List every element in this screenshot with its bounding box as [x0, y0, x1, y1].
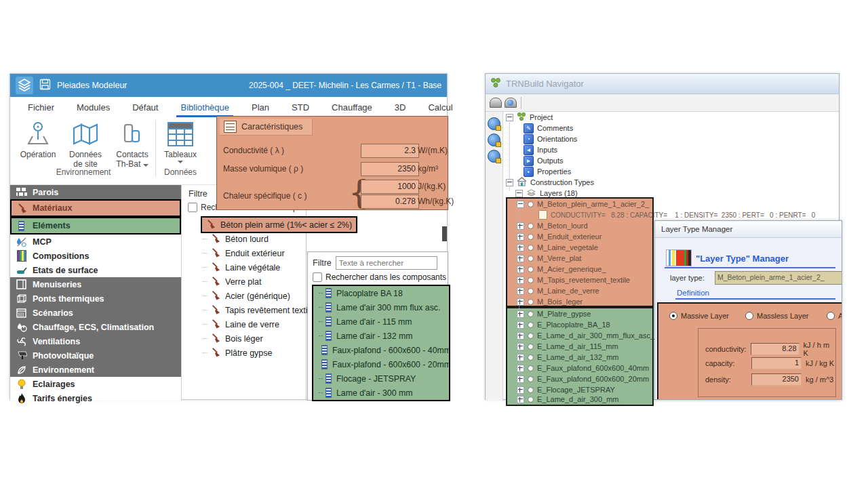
tree-layer-item[interactable]: M_Beton_lourd — [517, 220, 588, 231]
menu-std[interactable]: STD — [290, 99, 311, 116]
material-item-selected[interactable]: Béton plein armé (1%< acier ≤ 2%) — [201, 216, 357, 233]
conductivite-input[interactable]: 2.3 — [361, 144, 419, 158]
contacts-thbat-button[interactable]: Contacts Th-Bat — [111, 120, 154, 169]
sidebar-item-photovoltaique[interactable]: Photovoltaïque — [10, 348, 181, 363]
sidebar-item-parois[interactable]: Parois — [10, 185, 181, 199]
expand-icon[interactable] — [517, 365, 524, 372]
tree-layer-item[interactable]: E_Lame_d_air_132_mm — [517, 352, 618, 363]
element-item[interactable]: Lame d'air - 300 mm — [313, 386, 449, 400]
material-item[interactable]: Acier (générique) — [203, 289, 290, 303]
tree-layer-item[interactable]: M_Laine_vegetale — [517, 242, 598, 253]
menu-plan[interactable]: Plan — [250, 99, 271, 116]
zone-view-tool-icon[interactable] — [505, 98, 517, 108]
material-item[interactable]: Béton lourd — [203, 232, 269, 246]
definition-label[interactable]: Definition — [677, 289, 709, 297]
expand-icon[interactable] — [517, 233, 524, 241]
filter2-search-input[interactable] — [336, 256, 437, 270]
chaleur-input-j[interactable]: 1000 — [361, 180, 419, 194]
material-item[interactable]: Verre plat — [203, 274, 262, 289]
expand-icon[interactable] — [517, 255, 524, 262]
view-sphere-icon-2[interactable] — [488, 134, 500, 146]
expand-icon[interactable] — [517, 277, 524, 284]
checkbox-icon[interactable] — [188, 203, 197, 212]
tree-layer-item[interactable]: E_Lame_d_air_300_mm — [517, 394, 618, 405]
material-item[interactable]: Enduit extérieur — [203, 246, 285, 260]
sidebar-item-eclairages[interactable]: Eclairages — [10, 377, 181, 391]
element-item[interactable]: Flocage - JETSPRAY — [313, 371, 449, 386]
tree-node-orientations[interactable]: ◔ Orientations — [524, 134, 577, 144]
expand-icon[interactable] — [517, 375, 524, 383]
menu-chauffage[interactable]: Chauffage — [330, 99, 374, 116]
tree-layer-item[interactable]: E_Lame_d_air_300_mm_flux_asc_ — [517, 330, 654, 341]
filter2-search-components[interactable]: Rechercher dans les composants — [313, 272, 446, 282]
sidebar-item-compositions[interactable]: Compositions — [10, 249, 181, 263]
expand-icon[interactable] — [517, 386, 524, 394]
element-item[interactable]: Lame d'air 300 mm flux asc. — [313, 300, 449, 314]
sidebar-item-elements[interactable]: Eléments — [10, 217, 181, 235]
collapse-icon[interactable] — [515, 190, 523, 197]
tree-node-layers[interactable]: Layers (18) — [515, 188, 578, 199]
view-sphere-icon-1[interactable] — [488, 117, 500, 130]
masse-volumique-input[interactable]: 2350 — [361, 162, 419, 176]
expand-icon[interactable] — [517, 343, 524, 350]
sidebar-item-chauffage-ecs[interactable]: Chauffage, ECS, Climatisation — [10, 320, 181, 334]
checkbox-icon[interactable] — [313, 272, 322, 282]
collapse-icon[interactable] — [517, 201, 524, 208]
tree-node-inputs[interactable]: ◄ Inputs — [524, 144, 557, 155]
sidebar-item-etats-surface[interactable]: Etats de surface — [10, 263, 181, 277]
expand-icon[interactable] — [517, 321, 524, 329]
radio-icon[interactable] — [745, 312, 753, 320]
element-item[interactable]: Faux-plafond - 600x600 - 20mm — [313, 357, 449, 371]
dialog-titlebar[interactable]: Layer Type Manager — [655, 221, 842, 238]
element-item[interactable]: Placoplatre BA 18 — [313, 286, 449, 300]
expand-icon[interactable] — [517, 287, 524, 295]
sidebar-item-mcp[interactable]: MCP — [10, 235, 181, 249]
tree-node-outputs[interactable]: ► Outputs — [524, 155, 564, 166]
tree-layer-item[interactable]: M_Acier_generique_ — [517, 264, 606, 274]
chaleur-input-wh[interactable]: 0.278 — [361, 195, 419, 209]
sidebar-item-scenarios[interactable]: Scénarios — [10, 306, 181, 320]
tree-layer-item[interactable]: M_Laine_de_verre — [517, 285, 599, 296]
tree-layer-item[interactable]: E_Faux_plafond_600x600_20mm — [517, 373, 649, 384]
tree-layer-item[interactable]: M_Enduit_exterieur — [517, 231, 601, 242]
expand-icon[interactable] — [517, 354, 524, 361]
expand-icon[interactable] — [517, 298, 524, 306]
tree-node-construction-types[interactable]: Construction Types — [506, 177, 594, 188]
radio-icon[interactable] — [827, 312, 835, 320]
sidebar-item-ventilations[interactable]: Ventilations — [10, 334, 181, 348]
menu-fichier[interactable]: Fichier — [26, 99, 56, 116]
capacity-input[interactable]: 1 — [751, 357, 802, 369]
radio-selected-icon[interactable] — [669, 312, 677, 320]
save-icon[interactable] — [39, 79, 51, 93]
scrollbar-thumb[interactable] — [442, 226, 447, 241]
tree-layer-item[interactable]: M_Platre_gypse — [517, 308, 591, 319]
expand-icon[interactable] — [517, 396, 524, 403]
sidebar-item-ponts-thermiques[interactable]: Ponts thermiques — [10, 291, 181, 306]
sidebar-item-materiaux[interactable]: Matériaux — [10, 199, 181, 217]
tree-layer-item[interactable]: E_Placoplatre_BA_18 — [517, 319, 610, 330]
sidebar-item-menuiseries[interactable]: Menuiseries — [10, 277, 181, 291]
radio-massless-layer[interactable]: Massless Layer — [745, 312, 808, 320]
material-item[interactable]: Tapis revêtement textile — [203, 303, 314, 317]
tree-node-comments[interactable]: ✎ Comments — [524, 123, 573, 134]
sidebar-item-environnement[interactable]: Environnement — [10, 363, 181, 377]
collapse-icon[interactable] — [506, 114, 513, 121]
tree-layer-item[interactable]: E_Lame_d_air_115_mm — [517, 341, 618, 352]
menu-3d[interactable]: 3D — [393, 99, 408, 116]
element-item[interactable]: Faux-plafond - 600x600 - 40mm — [313, 343, 449, 357]
sidebar-item-tarifs-energies[interactable]: Tarifs énergies — [10, 391, 181, 405]
pleiades-titlebar[interactable]: Pleiades Modeleur 2025-004 _ DEET- Miche… — [10, 74, 447, 97]
expand-icon[interactable] — [517, 222, 524, 230]
element-item[interactable]: Lame d'air - 132 mm — [313, 329, 449, 343]
zone-tool-icon[interactable] — [490, 98, 502, 108]
tree-layer-selected[interactable]: M_Beton_plein_arme_1_acier_2_ — [517, 199, 649, 209]
element-item[interactable]: Lame d'air - 115 mm — [313, 314, 449, 329]
material-item[interactable]: Laine végétale — [203, 260, 280, 274]
radio-active-layer[interactable]: A — [827, 312, 842, 320]
material-item[interactable]: Bois léger — [203, 331, 263, 346]
trnbuild-titlebar[interactable]: TRNBuild Navigator — [486, 74, 839, 94]
tree-node-properties[interactable]: ▪ Properties — [524, 166, 571, 177]
tree-node-project[interactable]: Project — [506, 112, 553, 123]
tree-layer-item[interactable]: E_Faux_plafond_600x600_40mm — [517, 363, 649, 373]
donnees-site-button[interactable]: Données de site — [62, 120, 109, 169]
